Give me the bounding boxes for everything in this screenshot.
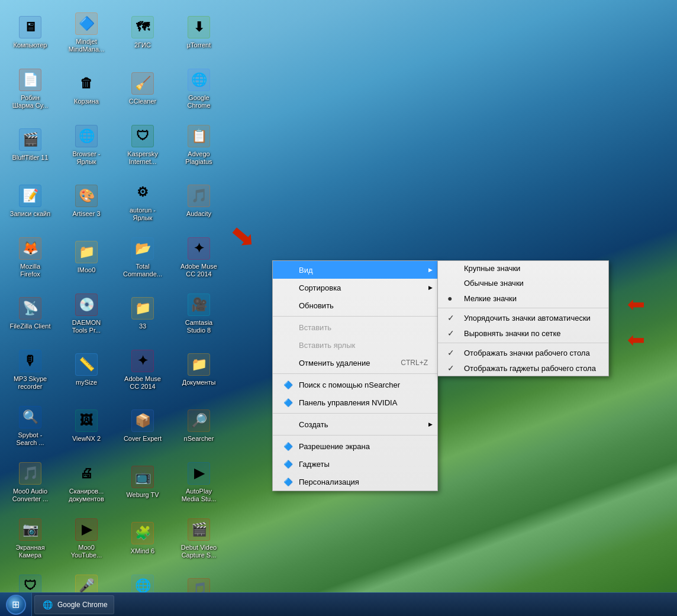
desktop-icon-chrome[interactable]: 🌐 Google Chrome <box>175 62 223 115</box>
menu-check-vyrovnyat: ✓ <box>447 328 459 338</box>
submenu-item-otobrazhat_gadzhety[interactable]: ✓Отображать гаджеты рабочего стола <box>438 360 608 376</box>
submenu-item-vyrovnyat[interactable]: ✓Выровнять значки по сетке <box>438 325 608 341</box>
desktop-icon-adobemuse2[interactable]: ✦ Adobe Muse CC 2014 <box>118 343 167 396</box>
icon-label-ekrkamera: Экранная Камера <box>9 544 51 559</box>
desktop-icon-mindjet[interactable]: 🔷 Mindjet MindMana... <box>62 6 111 59</box>
menu-sep-sep2 <box>273 373 437 374</box>
icon-label-daemon: DAEMON Tools Pr... <box>66 319 107 334</box>
menu-item-sozdat[interactable]: Создать <box>273 415 437 433</box>
menu-label-nvidia: Панель управления NVIDIA <box>299 398 397 407</box>
menu-item-obnovit[interactable]: Обновить <box>273 296 437 314</box>
desktop-icon-totalcmd[interactable]: 📂 Total Commande... <box>118 231 167 284</box>
icon-label-zapisi: Записи скайп <box>10 210 50 218</box>
submenu-item-otobrazhat_znachki[interactable]: ✓Отображать значки рабочего стола <box>438 345 608 360</box>
menu-item-vid[interactable]: Вид <box>273 261 437 279</box>
desktop-icon-filezilla[interactable]: 📡 FileZilla Client <box>6 287 54 340</box>
menu-item-otmenit[interactable]: Отменить удалениеCTRL+Z <box>273 354 437 372</box>
taskbar-item-chrome[interactable]: 🌐 Google Chrome <box>34 595 114 614</box>
icon-label-mozilla: Mozilla Firefox <box>9 263 51 278</box>
desktop-icon-mozilla[interactable]: 🦊 Mozilla Firefox <box>6 231 54 284</box>
desktop-icon-skanirov[interactable]: 🖨 Сканиров... документов <box>62 456 111 509</box>
icon-label-viewnx2: ViewNX 2 <box>72 435 101 443</box>
icon-label-adobemuse1: Adobe Muse CC 2014 <box>178 263 220 278</box>
menu-item-nvidia[interactable]: 🔷Панель управления NVIDIA <box>273 394 437 411</box>
icon-img-mozilla: 🦊 <box>19 237 41 260</box>
menu-item-gadzhety[interactable]: 🔷Гаджеты <box>273 455 437 473</box>
desktop-icon-artiseer[interactable]: 🎨 Artiseer 3 <box>62 175 111 228</box>
icon-graphic-ekrkamera: 📷 <box>18 518 42 541</box>
menu-label-otmenit: Отменить удаление <box>299 359 370 367</box>
icon-label-debut: Debut Video Capture S... <box>178 544 220 559</box>
desktop-icon-korzina[interactable]: 🗑 Корзина <box>62 62 111 115</box>
icon-label-mindjet: Mindjet MindMana... <box>66 38 107 53</box>
desktop-icon-weburgtv[interactable]: 📺 Weburg TV <box>118 456 167 509</box>
desktop-icon-coverexpert[interactable]: 📦 Cover Expert <box>118 399 167 453</box>
icon-label-filezilla: FileZilla Client <box>9 322 50 330</box>
desktop-icon-browser[interactable]: 🌐 Browser - Ярлык <box>62 118 111 172</box>
icon-img-totalcmd: 📂 <box>131 237 154 260</box>
desktop-icon-xmind6[interactable]: 🧩 XMind 6 <box>118 512 167 565</box>
submenu-item-obychnye[interactable]: Обычные значки <box>438 276 608 291</box>
icon-graphic-folder33: 📁 <box>131 296 154 320</box>
desktop-icon-nsearcher[interactable]: 🔎 nSearcher <box>175 399 223 453</box>
icon-graphic-mooo: 📁 <box>75 240 98 264</box>
desktop-icon-folder33[interactable]: 📁 33 <box>118 287 167 340</box>
desktop-icon-autoplay[interactable]: ▶ AutoPlay Media Stu... <box>175 456 223 509</box>
desktop-icon-daemon[interactable]: 💿 DAEMON Tools Pr... <box>62 287 111 340</box>
icon-graphic-mindjet: 🔷 <box>75 12 98 36</box>
submenu-item-melkie[interactable]: ●Мелкие значки <box>438 291 608 306</box>
menu-item-personalizatsiya[interactable]: 🔷Персонализация <box>273 473 437 491</box>
desktop-icon-utorrent[interactable]: ⬇ µTorrent <box>175 6 223 59</box>
desktop-icon-blufftitler[interactable]: 🎬 BluffTitler 11 <box>6 118 54 172</box>
desktop-icon-camtasia[interactable]: 🎥 Camtasia Studio 8 <box>175 287 223 340</box>
menu-label-vstavit: Вставить <box>299 323 331 332</box>
icon-img-browser: 🌐 <box>75 125 98 147</box>
desktop-icon-ccleaner[interactable]: 🧹 CCleaner <box>118 62 167 115</box>
icon-img-zapisi: 📝 <box>19 185 41 207</box>
desktop-icon-moo0audio[interactable]: 🎵 Moo0 Audio Converter ... <box>6 456 54 509</box>
desktop-icon-autorun[interactable]: ⚙ autorun - Ярлык <box>118 175 167 228</box>
desktop-icon-robin[interactable]: 📄 Робин Шарма Су... <box>6 62 54 115</box>
icon-img-skanirov: 🖨 <box>75 462 98 485</box>
menu-check-otobrazhat_znachki: ✓ <box>447 348 459 357</box>
icon-graphic-ccleaner: 🧹 <box>131 72 154 95</box>
desktop-icon-spybot[interactable]: 🔍 Spybot - Search ... <box>6 399 54 453</box>
menu-shortcut-otmenit: CTRL+Z <box>401 359 428 367</box>
desktop-icon-audacity[interactable]: 🎵 Audacity <box>175 175 223 228</box>
desktop-icon-mysize[interactable]: 📏 mySize <box>62 343 111 396</box>
desktop-icon-dokumenty[interactable]: 📁 Документы <box>175 343 223 396</box>
menu-icon-sozdat <box>282 418 294 430</box>
desktop-icon-2gis[interactable]: 🗺 2ГИС <box>118 6 167 59</box>
start-button[interactable]: ⊞ <box>0 593 32 617</box>
menu-icon-gadzhety: 🔷 <box>282 458 294 470</box>
desktop-icon-viewnx2[interactable]: 🖼 ViewNX 2 <box>62 399 111 453</box>
desktop-icon-advego[interactable]: 📋 Advego Plagiatus <box>175 118 223 172</box>
submenu-item-uporyadochit[interactable]: ✓Упорядочить значки автоматически <box>438 310 608 325</box>
menu-sep-sep3 <box>273 413 437 414</box>
context-menu-sub: Крупные значкиОбычные значки●Мелкие знач… <box>437 260 609 376</box>
desktop-icon-zapisi[interactable]: 📝 Записи скайп <box>6 175 54 228</box>
menu-label-razreshenie: Разрешение экрана <box>299 442 370 451</box>
icon-graphic-mysize: 📏 <box>75 353 98 376</box>
icon-label-mooo: IМоо0 <box>78 266 96 274</box>
submenu-item-krupnye[interactable]: Крупные значки <box>438 261 608 276</box>
icon-label-xmind6: XMind 6 <box>131 547 154 555</box>
desktop-icon-moo0yt[interactable]: ▶ Moo0 YouTube... <box>62 512 111 565</box>
start-orb: ⊞ <box>6 595 26 615</box>
desktop-icon-kaspersky[interactable]: 🛡 Kaspersky Internet... <box>118 118 167 172</box>
icon-graphic-mp3skype: 🎙 <box>18 349 42 373</box>
desktop-icon-mp3skype[interactable]: 🎙 MP3 Skype recorder <box>6 343 54 396</box>
desktop-icon-ekrkamera[interactable]: 📷 Экранная Камера <box>6 512 54 565</box>
desktop-icon-mooo[interactable]: 📁 IМоо0 <box>62 231 111 284</box>
menu-icon-nsearcher: 🔷 <box>282 379 294 391</box>
menu-item-razreshenie[interactable]: 🔷Разрешение экрана <box>273 437 437 455</box>
desktop-icon-debut[interactable]: 🎬 Debut Video Capture S... <box>175 512 223 565</box>
desktop-icon-adobemuse1[interactable]: ✦ Adobe Muse CC 2014 <box>175 231 223 284</box>
icon-graphic-nsearcher: 🔎 <box>187 409 211 433</box>
menu-item-nsearcher[interactable]: 🔷Поиск с помощью nSearcher <box>273 376 437 394</box>
icon-img-adobemuse2: ✦ <box>131 350 154 372</box>
desktop-icon-computer[interactable]: 🖥 Компьютер <box>6 6 54 59</box>
menu-item-sortirovka[interactable]: Сортировка <box>273 279 437 296</box>
menu-label-nsearcher: Поиск с помощью nSearcher <box>299 380 400 389</box>
icon-graphic-autorun: ⚙ <box>131 180 154 204</box>
